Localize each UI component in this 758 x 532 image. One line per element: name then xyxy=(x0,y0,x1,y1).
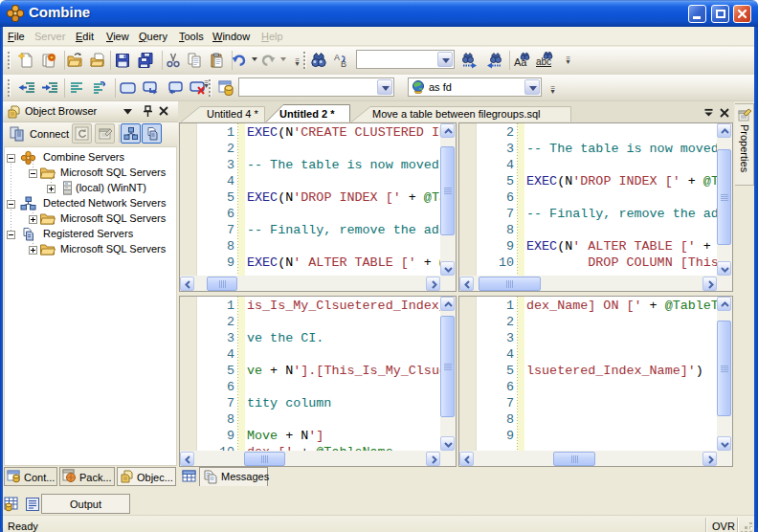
svg-text:A: A xyxy=(334,53,340,62)
svg-text:Untitled 4 *: Untitled 4 * xyxy=(207,108,259,120)
svg-text:Aa: Aa xyxy=(514,56,527,68)
svg-text:Move a table between filegroup: Move a table between filegroups.sql xyxy=(372,108,541,120)
svg-text:Untitled 2 *: Untitled 2 * xyxy=(279,108,335,120)
svg-text:abc: abc xyxy=(536,56,551,67)
